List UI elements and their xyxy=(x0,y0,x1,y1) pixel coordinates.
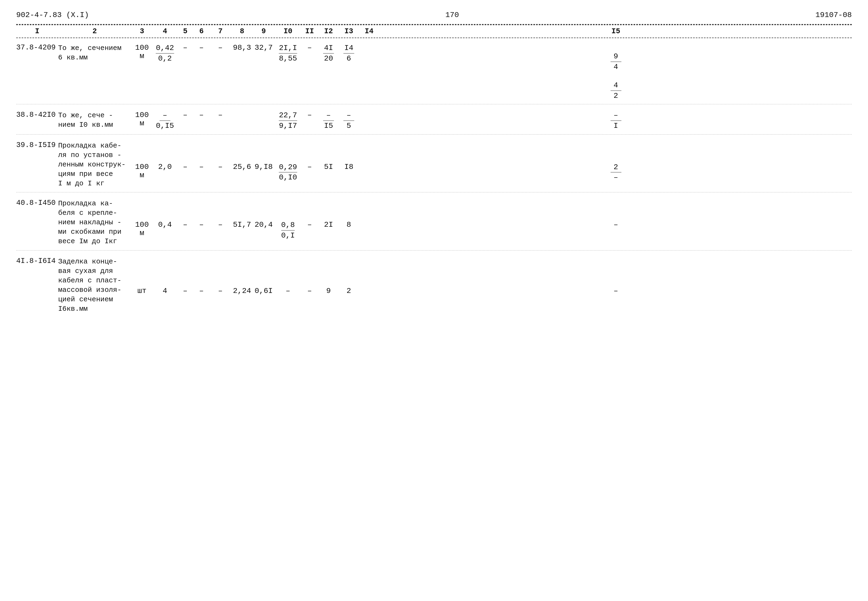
row2-col5: – xyxy=(177,111,193,119)
row3-col10: 0,290,I0 xyxy=(275,163,301,182)
column-headers: I 2 3 4 5 6 7 8 9 I0 II I2 I3 I4 I5 xyxy=(16,24,852,38)
row5-col4: 4 xyxy=(153,287,177,295)
row4-col15: – xyxy=(380,221,852,229)
row3-desc: Прокладка кабе-ля по установ -ленным кон… xyxy=(58,141,131,188)
row5-col15: – xyxy=(380,287,852,295)
row2-code: 38.8-42I0 xyxy=(16,111,58,119)
row3-col7: – xyxy=(209,163,231,171)
row5-desc: Заделка конце-вая сухая длякабеля с плас… xyxy=(58,257,131,314)
table-row: 37.8-4209 То же, сечением6 кв.мм 100м 0,… xyxy=(16,38,852,103)
row4-col11: – xyxy=(301,221,318,229)
row1-col13: I46 xyxy=(339,44,358,63)
row2-col15: –I xyxy=(380,111,852,130)
row4-col9: 20,4 xyxy=(253,221,275,229)
col-header-4: 4 xyxy=(153,27,177,35)
col-header-6: 6 xyxy=(193,27,209,35)
row1-col4: 0,420,2 xyxy=(153,44,177,63)
row4-col5: – xyxy=(177,221,193,229)
row3-col12: 5I xyxy=(318,163,339,171)
row5-col13: 2 xyxy=(339,287,358,295)
row4-unit: 100м xyxy=(131,221,153,237)
col-header-10: I0 xyxy=(275,27,301,35)
row5-col6: – xyxy=(193,287,209,295)
row1-col15: 94 42 xyxy=(380,44,852,100)
row4-desc: Прокладка ка-беля с крепле-нием накладны… xyxy=(58,199,131,246)
row2-col13: –5 xyxy=(339,111,358,130)
col-header-12: I2 xyxy=(318,27,339,35)
col-header-15: I5 xyxy=(380,27,852,35)
header-center: 170 xyxy=(445,11,459,19)
col-header-9: 9 xyxy=(253,27,275,35)
row5-col8: 2,24 xyxy=(231,287,253,295)
row3-col15: 2– xyxy=(380,163,852,182)
row5-col11: – xyxy=(301,287,318,295)
row3-col13: I8 xyxy=(339,163,358,171)
row3-code: 39.8-I5I9 xyxy=(16,141,58,149)
row3-col6: – xyxy=(193,163,209,171)
row4-col7: – xyxy=(209,221,231,229)
row1-code: 37.8-4209 xyxy=(16,44,58,52)
row4-col10: 0,80,I xyxy=(275,221,301,240)
row2-desc: То же, сече -нием I0 кв.мм xyxy=(58,111,131,130)
col-header-3: 3 xyxy=(131,27,153,35)
col-header-7: 7 xyxy=(209,27,231,35)
row5-code: 4I.8-I6I4 xyxy=(16,257,58,265)
row5-col9: 0,6I xyxy=(253,287,275,295)
row1-col12: 4I20 xyxy=(318,44,339,63)
row4-col8: 5I,7 xyxy=(231,221,253,229)
row1-col11: – xyxy=(301,44,318,52)
row1-col7: – xyxy=(209,44,231,52)
row5-col7: – xyxy=(209,287,231,295)
row3-col9: 9,I8 xyxy=(253,163,275,171)
row5-unit: шт xyxy=(131,287,153,295)
page-header: 902-4-7.83 (X.I) 170 19107-08 xyxy=(16,11,852,19)
row4-col12: 2I xyxy=(318,221,339,229)
col-header-5: 5 xyxy=(177,27,193,35)
col-header-1: I xyxy=(16,27,58,35)
row2-col7: – xyxy=(209,111,231,119)
row5-col10: – xyxy=(275,287,301,295)
col-header-2: 2 xyxy=(58,27,131,35)
row3-col11: – xyxy=(301,163,318,171)
table-row: 4I.8-I6I4 Заделка конце-вая сухая длякаб… xyxy=(16,252,852,317)
col-header-13: I3 xyxy=(339,27,358,35)
row1-col6: – xyxy=(193,44,209,52)
row1-unit: 100м xyxy=(131,44,153,60)
table-row: 38.8-42I0 То же, сече -нием I0 кв.мм 100… xyxy=(16,105,852,133)
row5-col5: – xyxy=(177,287,193,295)
row3-col5: – xyxy=(177,163,193,171)
row1-col10: 2I,I8,55 xyxy=(275,44,301,63)
row1-col9: 32,7 xyxy=(253,44,275,52)
row3-col8: 25,6 xyxy=(231,163,253,171)
row4-col13: 8 xyxy=(339,221,358,229)
col-header-8: 8 xyxy=(231,27,253,35)
row4-col4: 0,4 xyxy=(153,221,177,229)
col-header-11: II xyxy=(301,27,318,35)
table-row: 39.8-I5I9 Прокладка кабе-ля по установ -… xyxy=(16,136,852,191)
row2-col11: – xyxy=(301,111,318,119)
header-right: 19107-08 xyxy=(816,11,852,19)
row1-col5: – xyxy=(177,44,193,52)
col-header-14: I4 xyxy=(358,27,380,35)
row2-col12: –I5 xyxy=(318,111,339,130)
row1-desc: То же, сечением6 кв.мм xyxy=(58,44,131,63)
row2-col10: 22,79,I7 xyxy=(275,111,301,130)
row4-code: 40.8-I450 xyxy=(16,199,58,207)
row3-unit: 100м xyxy=(131,163,153,180)
row5-col12: 9 xyxy=(318,287,339,295)
row3-col4: 2,0 xyxy=(153,163,177,171)
row2-unit: 100м xyxy=(131,111,153,128)
row4-col6: – xyxy=(193,221,209,229)
row1-col8: 98,3 xyxy=(231,44,253,52)
row2-col4: –0,I5 xyxy=(153,111,177,130)
header-left: 902-4-7.83 (X.I) xyxy=(16,11,89,19)
row2-col6: – xyxy=(193,111,209,119)
table-row: 40.8-I450 Прокладка ка-беля с крепле-ние… xyxy=(16,194,852,249)
